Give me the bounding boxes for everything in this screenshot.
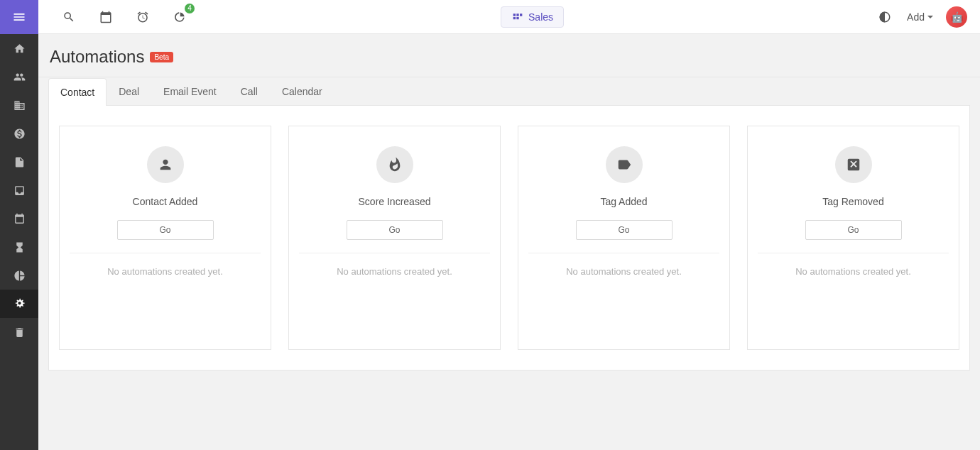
add-button[interactable]: Add	[907, 11, 933, 23]
card-title: Contact Added	[133, 196, 198, 207]
card-score-increased: Score Increased Go No automations create…	[288, 126, 501, 350]
timer-button[interactable]	[134, 8, 152, 26]
menu-toggle-button[interactable]	[0, 0, 38, 34]
fire-icon	[376, 146, 413, 183]
menu-icon	[12, 10, 26, 24]
theme-toggle-button[interactable]	[876, 8, 894, 26]
sidebar-item-home[interactable]	[0, 34, 38, 62]
home-icon	[13, 43, 26, 55]
sidebar-item-calendar[interactable]	[0, 204, 38, 233]
donut-icon	[173, 11, 186, 23]
card-title: Score Increased	[359, 196, 431, 207]
notification-badge: 4	[185, 4, 195, 13]
add-label: Add	[907, 11, 925, 23]
avatar[interactable]: 🤖	[946, 6, 967, 28]
grid-icon	[511, 11, 523, 23]
divider	[299, 253, 490, 253]
beta-badge: Beta	[150, 52, 173, 62]
sidebar-item-deals[interactable]	[0, 119, 38, 148]
calendar-icon	[13, 213, 26, 225]
cancel-icon	[835, 146, 872, 183]
search-button[interactable]	[60, 8, 78, 26]
divider	[528, 253, 719, 253]
go-button[interactable]: Go	[347, 220, 443, 240]
tab-calendar[interactable]: Calendar	[270, 77, 334, 105]
card-tag-added: Tag Added Go No automations created yet.	[518, 126, 730, 350]
sales-button[interactable]: Sales	[501, 6, 564, 28]
person-icon	[147, 146, 184, 183]
automation-icon	[13, 298, 26, 310]
trash-icon	[13, 326, 26, 339]
hourglass-icon	[13, 241, 26, 253]
tab-call[interactable]: Call	[229, 77, 270, 105]
theme-icon	[878, 11, 891, 23]
page-header: Automations Beta	[38, 34, 980, 77]
divider	[70, 253, 261, 253]
tabs: Contact Deal Email Event Call Calendar	[48, 77, 970, 106]
empty-text: No automations created yet.	[107, 266, 223, 277]
tag-icon	[606, 146, 643, 183]
tab-email-event[interactable]: Email Event	[151, 77, 229, 105]
go-button[interactable]: Go	[117, 220, 214, 240]
chevron-down-icon	[927, 16, 933, 18]
analytics-button[interactable]: 4	[170, 8, 189, 26]
alarm-icon	[136, 11, 149, 23]
sidebar-item-inbox[interactable]	[0, 176, 38, 204]
sidebar	[0, 0, 38, 450]
sidebar-item-trash[interactable]	[0, 318, 38, 346]
card-contact-added: Contact Added Go No automations created …	[59, 126, 271, 350]
document-icon	[13, 156, 26, 168]
sales-label: Sales	[528, 11, 553, 23]
inbox-icon	[13, 185, 26, 197]
card-tag-removed: Tag Removed Go No automations created ye…	[747, 126, 959, 350]
sidebar-item-company[interactable]	[0, 91, 38, 119]
panel: Contact Added Go No automations created …	[48, 106, 970, 371]
divider	[758, 253, 949, 253]
sidebar-item-people[interactable]	[0, 62, 38, 91]
sidebar-item-hourglass[interactable]	[0, 233, 38, 261]
pie-chart-icon	[13, 270, 26, 282]
empty-text: No automations created yet.	[566, 266, 682, 277]
dollar-icon	[13, 128, 26, 140]
empty-text: No automations created yet.	[795, 266, 911, 277]
card-title: Tag Removed	[822, 196, 883, 207]
empty-text: No automations created yet.	[337, 266, 452, 277]
card-title: Tag Added	[600, 196, 647, 207]
people-icon	[13, 71, 26, 83]
tab-deal[interactable]: Deal	[107, 77, 151, 105]
search-icon	[62, 11, 75, 23]
tab-contact[interactable]: Contact	[48, 78, 107, 106]
sidebar-item-reports[interactable]	[0, 261, 38, 290]
calendar-today-icon	[99, 11, 112, 23]
page-title: Automations	[50, 47, 144, 67]
company-icon	[13, 99, 26, 111]
sidebar-item-documents[interactable]	[0, 148, 38, 176]
sidebar-item-automations[interactable]	[0, 290, 38, 318]
topbar: 4 Sales Add 🤖	[38, 0, 980, 34]
go-button[interactable]: Go	[576, 220, 673, 240]
go-button[interactable]: Go	[805, 220, 902, 240]
calendar-button[interactable]	[97, 8, 115, 26]
